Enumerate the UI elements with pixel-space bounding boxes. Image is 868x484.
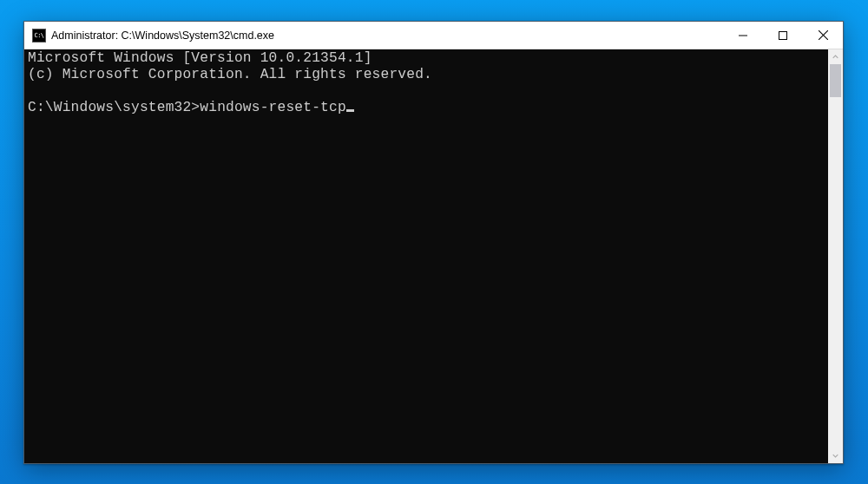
- vertical-scrollbar[interactable]: [828, 49, 843, 463]
- banner-line-1: Microsoft Windows [Version 10.0.21354.1]: [28, 50, 372, 66]
- chevron-down-icon: [832, 453, 838, 459]
- scroll-up-button[interactable]: [828, 49, 843, 64]
- console-output[interactable]: Microsoft Windows [Version 10.0.21354.1]…: [24, 49, 828, 463]
- prompt: C:\Windows\system32>: [28, 100, 200, 115]
- scroll-track[interactable]: [828, 64, 843, 448]
- console-area: Microsoft Windows [Version 10.0.21354.1]…: [24, 49, 843, 463]
- cmd-window: C:\ Administrator: C:\Windows\System32\c…: [23, 21, 844, 464]
- scroll-down-button[interactable]: [828, 448, 843, 463]
- titlebar[interactable]: C:\ Administrator: C:\Windows\System32\c…: [24, 22, 843, 49]
- minimize-button[interactable]: [723, 22, 763, 49]
- chevron-up-icon: [832, 54, 838, 60]
- window-controls: [723, 22, 843, 49]
- cursor: [346, 109, 354, 112]
- close-icon: [819, 30, 828, 40]
- minimize-icon: [739, 31, 747, 40]
- cmd-icon: C:\: [32, 29, 46, 43]
- window-title: Administrator: C:\Windows\System32\cmd.e…: [51, 29, 723, 42]
- scroll-thumb[interactable]: [830, 64, 841, 97]
- cmd-icon-label: C:\: [34, 32, 43, 39]
- maximize-icon: [779, 31, 787, 40]
- maximize-button[interactable]: [763, 22, 803, 49]
- svg-rect-1: [779, 31, 787, 39]
- close-button[interactable]: [803, 22, 843, 49]
- command-input[interactable]: windows-reset-tcp: [200, 100, 346, 115]
- banner-line-2: (c) Microsoft Corporation. All rights re…: [28, 67, 432, 82]
